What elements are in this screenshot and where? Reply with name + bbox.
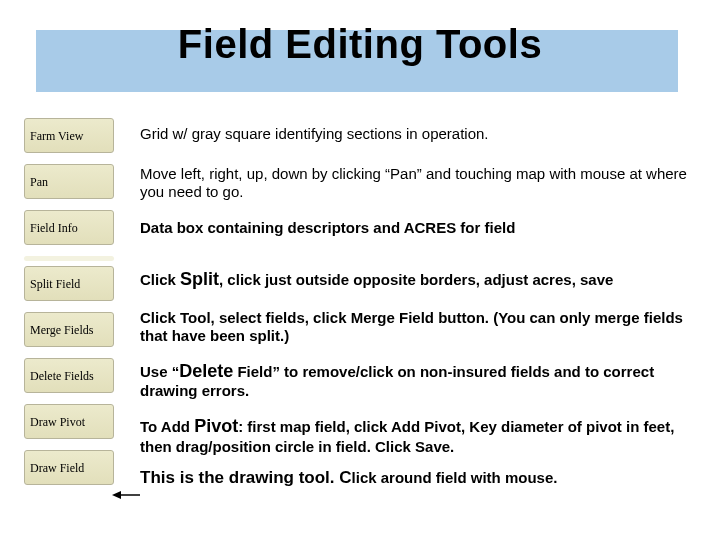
tool-label: Pan (30, 175, 48, 189)
desc-farm-view: Grid w/ gray square identifying sections… (140, 125, 700, 143)
tool-label: Split Field (30, 277, 80, 291)
tool-label: Delete Fields (30, 369, 94, 383)
tool-draw-pivot[interactable]: Draw Pivot (24, 404, 114, 439)
desc-pivot: To Add Pivot: first map field, click Add… (140, 416, 700, 456)
tool-draw-field[interactable]: Draw Field (24, 450, 114, 485)
tool-pan[interactable]: Pan (24, 164, 114, 199)
text-emph: This is the drawing tool. C (140, 468, 352, 487)
desc-pan: Move left, right, up, down by clicking “… (140, 165, 700, 201)
desc-split: Click Split, click just outside opposite… (140, 269, 700, 291)
tool-split-field[interactable]: Split Field (24, 266, 114, 301)
tool-field-info[interactable]: Field Info (24, 210, 114, 245)
descriptions-column: Grid w/ gray square identifying sections… (140, 125, 700, 503)
tool-label: Draw Pivot (30, 415, 85, 429)
toolbar: Farm View Pan Field Info Split Field Mer… (24, 118, 114, 496)
text-emph: Split (180, 269, 219, 289)
desc-delete: Use “Delete Field” to remove/click on no… (140, 361, 700, 401)
desc-merge: Click Tool, select fields, click Merge F… (140, 309, 700, 345)
tool-farm-view[interactable]: Farm View (24, 118, 114, 153)
text: , click just outside opposite borders, a… (219, 271, 613, 288)
tool-label: Draw Field (30, 461, 84, 475)
desc-draw-field: This is the drawing tool. Click around f… (140, 468, 700, 488)
desc-field-info: Data box containing descriptors and ACRE… (140, 219, 700, 237)
text-emph: Pivot (194, 416, 238, 436)
toolbar-spacer (24, 256, 114, 261)
text: lick around field with mouse. (352, 469, 558, 486)
arrow-icon (112, 488, 142, 502)
text: To Add (140, 418, 194, 435)
tool-delete-fields[interactable]: Delete Fields (24, 358, 114, 393)
tool-label: Merge Fields (30, 323, 93, 337)
tool-merge-fields[interactable]: Merge Fields (24, 312, 114, 347)
text: Click (140, 271, 180, 288)
svg-marker-1 (112, 491, 121, 499)
text: Use “ (140, 363, 179, 380)
tool-label: Field Info (30, 221, 78, 235)
page-title: Field Editing Tools (0, 22, 720, 67)
tool-label: Farm View (30, 129, 83, 143)
text-emph: Delete (179, 361, 233, 381)
